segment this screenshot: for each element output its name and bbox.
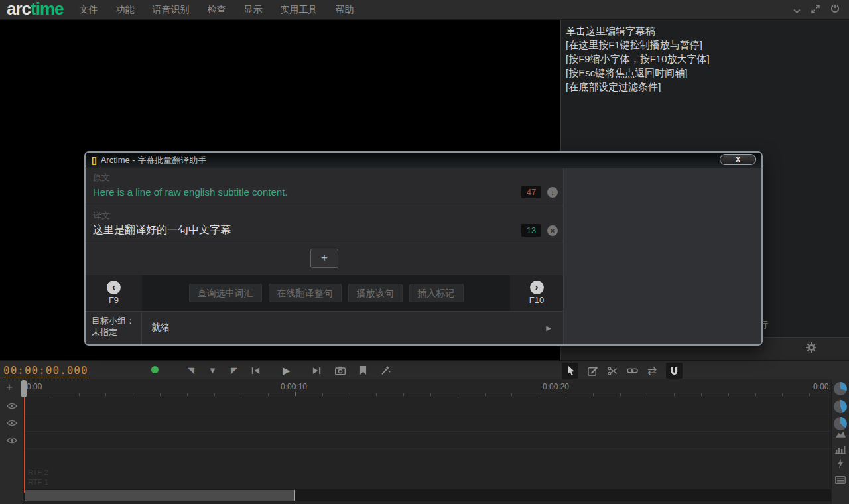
clear-icon[interactable]: × [547,225,558,236]
play-sentence-button[interactable]: 播放该句 [348,284,403,302]
cut-tool-icon[interactable] [608,367,618,375]
swap-tool-icon[interactable]: ⇄ [647,364,657,378]
timecode-display[interactable]: 00:00:00.000 [3,364,88,377]
app-window: arctime 文件 功能 语音识别 检查 显示 实用工具 帮助 单击这里编辑字… [0,0,849,504]
next-subtitle-button[interactable]: › F10 [510,275,563,311]
menu-file[interactable]: 文件 [80,4,98,16]
dialog-left-column: 原文 Here is a line of raw english subtitl… [86,168,563,344]
magic-wand-icon[interactable] [381,365,391,375]
status-cell: 就绪 ▶ [142,312,563,344]
lookup-word-button[interactable]: 查询选中词汇 [189,284,262,302]
track-faint-label: RTF-2 [28,468,48,476]
group-value: 未指定 [92,326,141,338]
lightning-icon[interactable] [837,459,844,471]
target-subtitle-text[interactable]: 这里是翻译好的一句中文字幕 [93,223,231,237]
scrollbar-thumb[interactable] [25,490,295,501]
prev-key-label: F9 [109,295,119,305]
fullscreen-icon[interactable] [811,4,820,16]
timeline-ruler[interactable]: 0:00 0:00:10 0:00:20 0:00:30 [24,379,831,397]
timeline-tools: ⇄ [562,362,683,379]
timeline-tracks[interactable]: RTF-2 RTF-1 [24,397,831,489]
ruler-label: 0:00:30 [813,382,831,391]
hint-line: [在这里按F1键控制播放与暂停] [566,38,849,52]
menu-speech-recognition[interactable]: 语音识别 [153,4,190,16]
target-label: 译文 [93,210,558,221]
next-key-label: F10 [529,295,544,305]
playhead-handle[interactable] [21,380,27,397]
add-line-row: + [86,241,563,275]
track-knob-icon[interactable] [834,417,847,430]
hint-line: [按Esc键将焦点返回时间轴] [566,66,849,80]
menu-check[interactable]: 检查 [208,4,226,16]
eye-icon[interactable] [7,434,17,446]
subtitle-editor-hints: 单击这里编辑字幕稿 [在这里按F1键控制播放与暂停] [按F9缩小字体，按F10… [561,20,849,94]
target-char-count: 13 [521,224,541,237]
ruler-label: 0:00:20 [543,382,569,391]
logo-time: time [31,0,63,19]
previous-clip-icon[interactable] [251,367,260,375]
waveform-display-icon[interactable] [835,429,846,441]
dialog-body: 原文 Here is a line of raw english subtitl… [86,168,761,344]
action-buttons: 查询选中词汇 在线翻译整句 播放该句 插入标记 [142,275,510,311]
track-knob-icon[interactable] [834,400,847,413]
source-label: 原文 [93,172,558,184]
timeline-right-toolbar [831,379,849,504]
chevron-down-icon[interactable] [793,4,801,16]
prev-subtitle-button[interactable]: ‹ F9 [86,275,142,311]
logo-arc: arc [7,0,31,19]
record-dot-icon [151,366,159,373]
copy-down-icon[interactable]: ↓ [547,187,558,198]
edit-tool-icon[interactable] [588,365,598,376]
dialog-title-bar[interactable]: [] Arctime - 字幕批量翻译助手 x [86,153,761,168]
source-subtitle-text[interactable]: Here is a line of raw english subtitle c… [93,186,288,198]
add-track-icon[interactable]: + [6,381,13,394]
online-translate-button[interactable]: 在线翻译整句 [269,284,342,302]
menu-utilities[interactable]: 实用工具 [281,4,318,16]
add-line-button[interactable]: + [310,249,338,268]
playback-controls: ◥ ▼ ◤ ▶ [188,361,391,380]
menu-help[interactable]: 帮助 [336,4,354,16]
in-point-icon[interactable]: ◥ [188,365,194,375]
chevron-left-circle-icon: ‹ [107,281,121,294]
track-faint-label: RTF-1 [28,478,48,486]
bookmark-icon[interactable] [359,366,367,375]
timeline-scrollbar[interactable] [24,489,831,501]
transport-bar: 00:00:00.000 ◥ ▼ ◤ ▶ 1x ▼ ⇄ [0,360,849,379]
link-tool-icon[interactable] [627,367,638,374]
actions-row: ‹ F9 查询选中词汇 在线翻译整句 播放该句 插入标记 › F10 [86,275,563,311]
ruler-label: 0:00 [27,382,42,391]
timeline-area: + 0:00 0:00:10 0:00:20 0:00:30 RTF-2 RTF… [0,379,849,504]
expand-arrow-icon[interactable]: ▶ [546,324,551,332]
timeline-gutter: + [0,379,24,504]
status-text: 就绪 [151,322,170,334]
target-group-cell[interactable]: 目标小组： 未指定 [86,312,142,344]
arctime-logo: arctime [7,0,64,19]
next-clip-icon[interactable] [312,367,321,375]
out-point-icon[interactable]: ◤ [231,365,237,375]
play-icon[interactable]: ▶ [283,365,291,377]
dialog-side-panel [563,168,761,344]
menu-display[interactable]: 显示 [244,4,263,16]
menu-functions[interactable]: 功能 [116,4,135,16]
dialog-close-button[interactable]: x [720,154,756,165]
insert-mark-button[interactable]: 插入标记 [409,284,464,302]
power-icon[interactable] [830,4,840,16]
track-knob-icon[interactable] [834,382,847,395]
magnet-snap-icon[interactable] [666,363,683,379]
arctime-bracket-icon: [] [92,155,96,165]
menu-bar: arctime 文件 功能 语音识别 检查 显示 实用工具 帮助 [0,0,849,20]
list-view-icon[interactable] [835,475,846,487]
window-controls [793,4,849,16]
select-tool-icon[interactable] [562,363,578,379]
gear-icon[interactable] [806,342,816,355]
eye-icon[interactable] [7,417,17,429]
hint-line: 单击这里编辑字幕稿 [566,24,849,38]
screenshot-camera-icon[interactable] [335,366,346,375]
group-label: 目标小组： [92,315,141,326]
source-row: 原文 Here is a line of raw english subtitl… [86,168,563,206]
chevron-right-circle-icon: › [530,281,544,294]
spectrum-bars-icon[interactable] [835,444,846,456]
eye-icon[interactable] [7,400,17,412]
drop-down-icon[interactable]: ▼ [208,365,217,375]
source-char-count: 47 [521,186,541,198]
